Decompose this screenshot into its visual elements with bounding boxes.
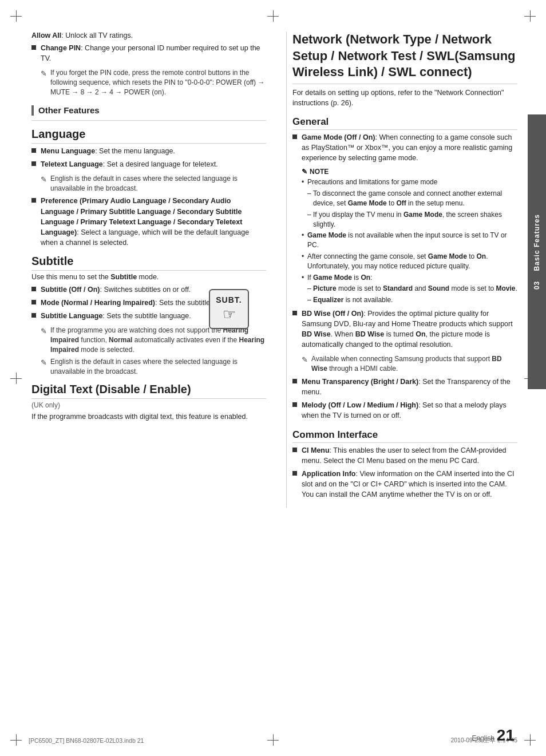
subtitle-mode-text: Mode (Normal / Hearing Impaired): Sets t… <box>41 298 232 308</box>
page-number-label: English <box>472 734 494 742</box>
game-mode-text: Game Mode (Off / On): When connecting to… <box>302 132 517 163</box>
bullet-square-pref <box>31 198 36 203</box>
left-column: Allow All: Unlock all TV ratings. Change… <box>31 31 283 508</box>
other-features-header: Other Features <box>31 105 266 121</box>
digital-text-title: Digital Text (Disable / Enable) <box>31 383 266 399</box>
bullet-square-mel <box>292 402 297 407</box>
page-number: 21 <box>497 726 515 745</box>
other-features-title: Other Features <box>38 105 100 115</box>
digital-text-description: If the programme broadcasts with digital… <box>31 411 266 422</box>
uk-only-label: (UK only) <box>31 401 266 409</box>
subt-hand-icon: ☞ <box>223 306 236 323</box>
page-number-area: English 21 <box>472 726 515 745</box>
note-subitem-3: Picture mode is set to Standard and Soun… <box>302 284 517 294</box>
bd-wise-item: BD Wise (Off / On): Provides the optimal… <box>292 308 517 350</box>
note-item-4: If Game Mode is On: <box>302 273 517 283</box>
note-item-1: Precautions and limitations for game mod… <box>302 177 517 187</box>
bullet-square-ai <box>292 471 297 476</box>
sidebar-tab: 03 Basic Features <box>528 114 546 389</box>
subtitle-intro: Use this menu to set the Subtitle mode. <box>31 273 266 281</box>
change-pin-item: Change PIN: Change your personal ID numb… <box>31 43 266 64</box>
subtitle-language-text: Subtitle Language: Sets the subtitle lan… <box>41 311 191 321</box>
digital-text-section: Digital Text (Disable / Enable) (UK only… <box>31 383 266 422</box>
preference-text: Preference (Primary Audio Language / Sec… <box>41 196 266 248</box>
app-info-text: Application Info: View information on th… <box>302 469 517 500</box>
bd-wise-note: ✎ Available when connecting Samsung prod… <box>302 354 517 374</box>
subtitle-note-2: ✎ English is the default in cases where … <box>41 357 266 377</box>
sidebar-tab-text: 03 Basic Features <box>533 214 541 290</box>
note-label: ✎ NOTE <box>302 168 517 176</box>
network-description: For details on setting up options, refer… <box>292 88 517 108</box>
note-subitem-2: If you display the TV menu in Game Mode,… <box>302 210 517 229</box>
common-interface-list: CI Menu: This enables the user to select… <box>292 445 517 500</box>
change-pin-note: ✎ If you forget the PIN code, press the … <box>41 68 266 97</box>
ci-menu-item: CI Menu: This enables the user to select… <box>292 445 517 466</box>
preference-item: Preference (Primary Audio Language / Sec… <box>31 196 266 248</box>
language-section: Language Menu Language: Set the menu lan… <box>31 128 266 248</box>
crosshair-top-right <box>524 10 536 22</box>
subtitle-note-1: ✎ If the programme you are watching does… <box>41 326 266 354</box>
game-mode-list: Game Mode (Off / On): When connecting to… <box>292 132 517 163</box>
app-info-item: Application Info: View information on th… <box>292 469 517 500</box>
bullet-square-ci <box>292 448 297 452</box>
note-subitem-4: Equalizer is not available. <box>302 295 517 305</box>
footer-left: [PC6500_ZT] BN68-02807E-02L03.indb 21 <box>29 737 144 744</box>
crosshair-top <box>267 10 279 22</box>
menu-transparency-list: Menu Transparency (Bright / Dark): Set t… <box>292 377 517 421</box>
subtitle-off-on-text: Subtitle (Off / On): Switches subtitles … <box>41 284 191 295</box>
change-pin-note-text: If you forget the PIN code, press the re… <box>50 68 266 97</box>
menu-language-item: Menu Language: Set the menu language. <box>31 146 266 156</box>
bullet-square-mt <box>292 379 297 383</box>
bd-wise-list: BD Wise (Off / On): Provides the optimal… <box>292 308 517 350</box>
melody-item: Melody (Off / Low / Medium / High): Set … <box>292 400 517 421</box>
game-mode-item: Game Mode (Off / On): When connecting to… <box>292 132 517 163</box>
crosshair-left <box>10 373 22 384</box>
subt-button-label: SUBT. <box>216 295 242 304</box>
ci-menu-text: CI Menu: This enables the user to select… <box>302 445 517 466</box>
bullet-square-ml <box>31 148 36 153</box>
subtitle-note-1-text: If the programme you are watching does n… <box>50 326 266 354</box>
bd-wise-text: BD Wise (Off / On): Provides the optimal… <box>302 308 517 350</box>
change-pin-list: Change PIN: Change your personal ID numb… <box>31 43 266 64</box>
subt-button[interactable]: SUBT. ☞ <box>209 289 249 329</box>
bullet-square-mode <box>31 300 36 304</box>
bullet-square-sub <box>31 287 36 291</box>
menu-language-text: Menu Language: Set the menu language. <box>41 146 175 156</box>
network-section: Network (Network Type / Network Setup / … <box>292 31 517 108</box>
network-title: Network (Network Type / Network Setup / … <box>292 31 517 84</box>
pencil-icon-pin: ✎ <box>41 69 47 97</box>
crosshair-top-left <box>10 10 22 22</box>
menu-transparency-item: Menu Transparency (Bright / Dark): Set t… <box>292 377 517 397</box>
preference-list: Preference (Primary Audio Language / Sec… <box>31 196 266 248</box>
menu-transparency-text: Menu Transparency (Bright / Dark): Set t… <box>302 377 517 397</box>
general-title: General <box>292 116 517 130</box>
change-pin-text: Change PIN: Change your personal ID numb… <box>41 43 266 64</box>
content-wrapper: Allow All: Unlock all TV ratings. Change… <box>0 0 546 542</box>
section-header-bar-icon <box>31 105 34 116</box>
common-interface-section: Common Interface CI Menu: This enables t… <box>292 429 517 500</box>
language-title: Language <box>31 128 266 144</box>
bullet-square-bd <box>292 311 297 315</box>
teletext-note-text: English is the default in cases where th… <box>50 174 266 193</box>
bullet-square-tl <box>31 161 36 166</box>
note-item-2: Game Mode is not available when the inpu… <box>302 231 517 250</box>
teletext-language-item: Teletext Language: Set a desired languag… <box>31 159 266 169</box>
note-block: Precautions and limitations for game mod… <box>302 177 517 305</box>
language-list: Menu Language: Set the menu language. Te… <box>31 146 266 169</box>
subtitle-note-2-text: English is the default in cases where th… <box>50 357 266 377</box>
bullet-square-gm <box>292 134 297 139</box>
note-subitem-1: To disconnect the game console and conne… <box>302 189 517 208</box>
allow-all-line: Allow All: Unlock all TV ratings. <box>31 31 266 39</box>
pencil-note-icon: ✎ <box>302 168 307 176</box>
page: 03 Basic Features Allow All: Unlock all … <box>0 0 546 756</box>
note-item-3: After connecting the game console, set G… <box>302 252 517 271</box>
other-features-divider <box>31 120 266 121</box>
pencil-icon-sub1: ✎ <box>41 326 47 354</box>
section-header-bar-row: Other Features <box>31 105 266 116</box>
pencil-icon-teletext: ✎ <box>41 175 47 193</box>
bullet-square <box>31 45 36 50</box>
teletext-language-text: Teletext Language: Set a desired languag… <box>41 159 218 169</box>
right-column: Network (Network Type / Network Setup / … <box>286 31 517 508</box>
pencil-icon-sub2: ✎ <box>41 358 47 377</box>
general-section: General Game Mode (Off / On): When conne… <box>292 116 517 421</box>
